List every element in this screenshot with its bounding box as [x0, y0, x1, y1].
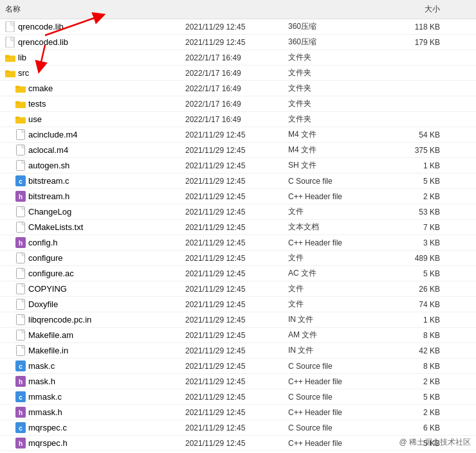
table-row[interactable]: aclocal.m4 2021/11/29 12:45 M4 文件 375 KB [0, 143, 476, 158]
table-row[interactable]: CMakeLists.txt 2021/11/29 12:45 文本文档 7 K… [0, 220, 476, 235]
svg-text:h: h [19, 378, 23, 386]
file-type: 文件 [283, 282, 386, 296]
col-size[interactable]: 大小 [386, 1, 450, 17]
file-name-cell: c mask.c [0, 360, 180, 373]
file-size: 5 KB [386, 268, 450, 280]
lib-file-icon [5, 37, 15, 48]
file-name: CMakeLists.txt [28, 222, 83, 232]
file-name: aclocal.m4 [28, 145, 68, 155]
file-icon [15, 130, 26, 140]
table-row[interactable]: Makefile.am 2021/11/29 12:45 AM 文件 8 KB [0, 328, 476, 343]
table-row[interactable]: c bitstream.c 2021/11/29 12:45 C Source … [0, 173, 476, 189]
file-date: 2022/1/17 16:49 [180, 114, 283, 125]
table-row[interactable]: qrencoded.lib 2021/11/29 12:45 360压缩 179… [0, 35, 476, 50]
file-date: 2021/11/29 12:45 [180, 253, 283, 264]
file-date: 2021/11/29 12:45 [180, 37, 283, 48]
file-name-cell: c mqrspec.c [0, 422, 180, 434]
file-size: 489 KB [386, 253, 450, 264]
file-date: 2021/11/29 12:45 [180, 129, 283, 141]
file-size: 118 KB [386, 21, 450, 33]
folder-icon [5, 68, 15, 78]
file-type: 360压缩 [283, 20, 386, 33]
file-name-cell: lib [0, 51, 180, 64]
file-name-cell: h mqrspec.h [0, 437, 180, 450]
file-name-cell: qrencoded.lib [0, 36, 180, 49]
file-name-cell: c mmask.c [0, 391, 180, 404]
table-row[interactable]: tests 2022/1/17 16:49 文件夹 [0, 96, 476, 112]
file-size: 179 KB [386, 37, 450, 48]
file-name-cell: ChangeLog [0, 206, 180, 218]
table-row[interactable]: Makefile.in 2021/11/29 12:45 IN 文件 42 KB [0, 343, 476, 359]
lib-file-icon [5, 22, 15, 32]
file-date: 2021/11/29 12:45 [180, 160, 283, 172]
table-row[interactable]: lib 2022/1/17 16:49 文件夹 [0, 50, 476, 66]
file-date: 2021/11/29 12:45 [180, 360, 283, 372]
file-name: libqrencode.pc.in [28, 315, 91, 324]
svg-text:c: c [19, 394, 23, 401]
file-icon [15, 269, 26, 279]
watermark: @ 稀土掘金技术社区 [399, 437, 471, 448]
file-name-cell: cmake [0, 82, 180, 95]
file-date: 2021/11/29 12:45 [180, 175, 283, 187]
table-row[interactable]: h bitstream.h 2021/11/29 12:45 C++ Heade… [0, 189, 476, 204]
file-size: 375 KB [386, 145, 450, 156]
table-row[interactable]: configure.ac 2021/11/29 12:45 AC 文件 5 KB [0, 266, 476, 281]
svg-text:h: h [19, 440, 23, 447]
file-size [386, 118, 450, 121]
table-row[interactable]: c mmask.c 2021/11/29 12:45 C Source file… [0, 389, 476, 405]
h-file-icon: h [15, 438, 26, 449]
file-name-cell: use [0, 113, 180, 126]
file-type: 文件夹 [283, 97, 386, 111]
table-row[interactable]: acinclude.m4 2021/11/29 12:45 M4 文件 54 K… [0, 127, 476, 143]
table-row[interactable]: Doxyfile 2021/11/29 12:45 文件 74 KB [0, 297, 476, 312]
table-row[interactable]: c mask.c 2021/11/29 12:45 C Source file … [0, 359, 476, 374]
file-name: mmask.h [28, 407, 62, 417]
svg-rect-20 [15, 116, 19, 119]
file-type: C++ Header file [283, 376, 386, 387]
file-icon [15, 346, 26, 356]
file-explorer[interactable]: 名称 大小 qrencode.lib 2021/11/29 12:45 360压… [0, 0, 476, 453]
file-name: Makefile.am [28, 330, 73, 340]
table-row[interactable]: c mqrspec.c 2021/11/29 12:45 C Source fi… [0, 420, 476, 436]
table-row[interactable]: COPYING 2021/11/29 12:45 文件 26 KB [0, 281, 476, 297]
table-row[interactable]: qrencode.lib 2021/11/29 12:45 360压缩 118 … [0, 19, 476, 35]
table-row[interactable]: use 2022/1/17 16:49 文件夹 [0, 112, 476, 127]
file-date: 2022/1/17 16:49 [180, 52, 283, 64]
file-name: mask.h [28, 377, 55, 386]
folder-icon [5, 53, 15, 63]
file-name-cell: COPYING [0, 283, 180, 296]
file-size: 8 KB [386, 330, 450, 341]
table-row[interactable]: configure 2021/11/29 12:45 文件 489 KB [0, 251, 476, 266]
file-date: 2021/11/29 12:45 [180, 330, 283, 341]
file-type: C++ Header file [283, 191, 386, 202]
table-header: 名称 大小 [0, 0, 476, 19]
file-type: M4 文件 [283, 143, 386, 157]
folder-icon [15, 99, 26, 109]
file-type: 文件 [283, 205, 386, 218]
table-row[interactable]: autogen.sh 2021/11/29 12:45 SH 文件 1 KB [0, 158, 476, 173]
file-date: 2021/11/29 12:45 [180, 191, 283, 202]
file-size [386, 57, 450, 59]
svg-text:h: h [19, 193, 23, 200]
table-row[interactable]: h config.h 2021/11/29 12:45 C++ Header f… [0, 235, 476, 251]
file-name: tests [28, 99, 46, 109]
file-type: C Source file [283, 175, 386, 187]
table-row[interactable]: cmake 2022/1/17 16:49 文件夹 [0, 81, 476, 96]
file-name-cell: configure [0, 252, 180, 265]
file-size: 1 KB [386, 160, 450, 172]
file-date: 2022/1/17 16:49 [180, 83, 283, 94]
table-row[interactable]: ChangeLog 2021/11/29 12:45 文件 53 KB [0, 204, 476, 220]
file-type: 文件夹 [283, 51, 386, 64]
table-row[interactable]: h mmask.h 2021/11/29 12:45 C++ Header fi… [0, 405, 476, 420]
table-row[interactable]: src 2022/1/17 16:49 文件夹 [0, 66, 476, 81]
col-name[interactable]: 名称 [0, 1, 180, 17]
file-name: cmake [28, 84, 53, 93]
file-date: 2021/11/29 12:45 [180, 314, 283, 326]
file-icon [15, 207, 26, 217]
table-row[interactable]: libqrencode.pc.in 2021/11/29 12:45 IN 文件… [0, 312, 476, 328]
file-icon [15, 284, 26, 294]
file-date: 2021/11/29 12:45 [180, 438, 283, 449]
h-file-icon: h [15, 238, 26, 248]
table-row[interactable]: h mask.h 2021/11/29 12:45 C++ Header fil… [0, 374, 476, 389]
col-date [180, 1, 283, 17]
